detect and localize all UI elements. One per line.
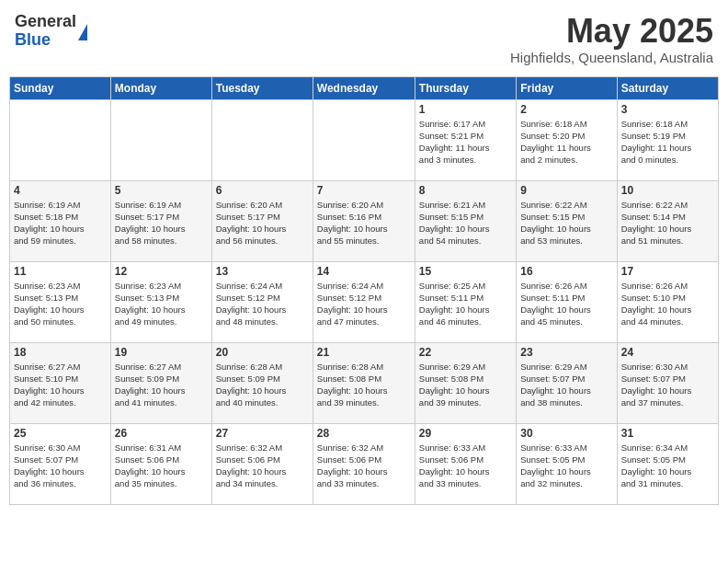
calendar-day-3: 3Sunrise: 6:18 AM Sunset: 5:19 PM Daylig… (617, 99, 718, 180)
day-number: 4 (14, 184, 107, 197)
day-number: 1 (419, 103, 512, 116)
day-header-friday: Friday (517, 76, 617, 99)
calendar-day-28: 28Sunrise: 6:32 AM Sunset: 5:06 PM Dayli… (313, 423, 415, 504)
calendar-day-5: 5Sunrise: 6:19 AM Sunset: 5:17 PM Daylig… (110, 180, 211, 261)
calendar-day-23: 23Sunrise: 6:29 AM Sunset: 5:07 PM Dayli… (517, 342, 617, 423)
calendar-week-row: 11Sunrise: 6:23 AM Sunset: 5:13 PM Dayli… (10, 261, 719, 342)
day-info: Sunrise: 6:34 AM Sunset: 5:05 PM Dayligh… (621, 442, 714, 490)
day-number: 15 (419, 265, 512, 278)
calendar-day-12: 12Sunrise: 6:23 AM Sunset: 5:13 PM Dayli… (110, 261, 211, 342)
empty-day-cell (10, 99, 111, 180)
day-number: 26 (115, 427, 208, 440)
day-info: Sunrise: 6:20 AM Sunset: 5:16 PM Dayligh… (317, 199, 411, 247)
day-header-sunday: Sunday (10, 76, 111, 99)
empty-day-cell (211, 99, 313, 180)
day-header-wednesday: Wednesday (313, 76, 415, 99)
day-info: Sunrise: 6:29 AM Sunset: 5:08 PM Dayligh… (419, 361, 512, 409)
logo-general-text: General (15, 13, 76, 31)
day-header-saturday: Saturday (617, 76, 718, 99)
logo-triangle-icon (78, 24, 87, 40)
day-info: Sunrise: 6:28 AM Sunset: 5:08 PM Dayligh… (317, 361, 411, 409)
day-info: Sunrise: 6:22 AM Sunset: 5:14 PM Dayligh… (621, 199, 714, 247)
calendar-table: SundayMondayTuesdayWednesdayThursdayFrid… (9, 76, 719, 505)
day-info: Sunrise: 6:18 AM Sunset: 5:19 PM Dayligh… (621, 118, 714, 167)
logo: General Blue (15, 13, 87, 50)
day-header-monday: Monday (110, 76, 211, 99)
calendar-week-row: 25Sunrise: 6:30 AM Sunset: 5:07 PM Dayli… (10, 423, 719, 504)
calendar-day-20: 20Sunrise: 6:28 AM Sunset: 5:09 PM Dayli… (211, 342, 313, 423)
day-info: Sunrise: 6:27 AM Sunset: 5:09 PM Dayligh… (115, 361, 208, 409)
day-info: Sunrise: 6:30 AM Sunset: 5:07 PM Dayligh… (621, 361, 714, 409)
calendar-week-row: 4Sunrise: 6:19 AM Sunset: 5:18 PM Daylig… (10, 180, 719, 261)
day-number: 24 (621, 346, 714, 359)
calendar-day-14: 14Sunrise: 6:24 AM Sunset: 5:12 PM Dayli… (313, 261, 415, 342)
day-info: Sunrise: 6:19 AM Sunset: 5:17 PM Dayligh… (115, 199, 208, 247)
day-header-tuesday: Tuesday (211, 76, 313, 99)
day-info: Sunrise: 6:24 AM Sunset: 5:12 PM Dayligh… (216, 280, 309, 328)
day-info: Sunrise: 6:22 AM Sunset: 5:15 PM Dayligh… (520, 199, 612, 247)
calendar-day-25: 25Sunrise: 6:30 AM Sunset: 5:07 PM Dayli… (10, 423, 111, 504)
day-info: Sunrise: 6:23 AM Sunset: 5:13 PM Dayligh… (115, 280, 208, 328)
day-info: Sunrise: 6:21 AM Sunset: 5:15 PM Dayligh… (419, 199, 512, 247)
day-info: Sunrise: 6:32 AM Sunset: 5:06 PM Dayligh… (216, 442, 309, 490)
day-number: 3 (621, 103, 714, 116)
calendar-week-row: 1Sunrise: 6:17 AM Sunset: 5:21 PM Daylig… (10, 99, 719, 180)
calendar-day-17: 17Sunrise: 6:26 AM Sunset: 5:10 PM Dayli… (617, 261, 718, 342)
calendar-day-15: 15Sunrise: 6:25 AM Sunset: 5:11 PM Dayli… (415, 261, 516, 342)
calendar-header-row: SundayMondayTuesdayWednesdayThursdayFrid… (10, 76, 719, 99)
day-info: Sunrise: 6:26 AM Sunset: 5:10 PM Dayligh… (621, 280, 714, 328)
calendar-day-19: 19Sunrise: 6:27 AM Sunset: 5:09 PM Dayli… (110, 342, 211, 423)
day-info: Sunrise: 6:33 AM Sunset: 5:06 PM Dayligh… (419, 442, 512, 490)
day-number: 2 (520, 103, 612, 116)
day-number: 20 (216, 346, 309, 359)
day-number: 6 (216, 184, 309, 197)
day-info: Sunrise: 6:30 AM Sunset: 5:07 PM Dayligh… (14, 442, 107, 490)
calendar-day-22: 22Sunrise: 6:29 AM Sunset: 5:08 PM Dayli… (415, 342, 516, 423)
calendar-day-4: 4Sunrise: 6:19 AM Sunset: 5:18 PM Daylig… (10, 180, 111, 261)
day-info: Sunrise: 6:25 AM Sunset: 5:11 PM Dayligh… (419, 280, 512, 328)
day-info: Sunrise: 6:20 AM Sunset: 5:17 PM Dayligh… (216, 199, 309, 247)
calendar-day-1: 1Sunrise: 6:17 AM Sunset: 5:21 PM Daylig… (415, 99, 516, 180)
day-number: 25 (14, 427, 107, 440)
calendar-day-9: 9Sunrise: 6:22 AM Sunset: 5:15 PM Daylig… (517, 180, 617, 261)
day-number: 16 (520, 265, 612, 278)
day-number: 19 (115, 346, 208, 359)
calendar-day-24: 24Sunrise: 6:30 AM Sunset: 5:07 PM Dayli… (617, 342, 718, 423)
calendar-day-27: 27Sunrise: 6:32 AM Sunset: 5:06 PM Dayli… (211, 423, 313, 504)
calendar-day-29: 29Sunrise: 6:33 AM Sunset: 5:06 PM Dayli… (415, 423, 516, 504)
page-header: General Blue May 2025 Highfields, Queens… (9, 9, 719, 69)
day-info: Sunrise: 6:17 AM Sunset: 5:21 PM Dayligh… (419, 118, 512, 167)
day-number: 5 (115, 184, 208, 197)
calendar-day-21: 21Sunrise: 6:28 AM Sunset: 5:08 PM Dayli… (313, 342, 415, 423)
calendar-day-8: 8Sunrise: 6:21 AM Sunset: 5:15 PM Daylig… (415, 180, 516, 261)
calendar-day-2: 2Sunrise: 6:18 AM Sunset: 5:20 PM Daylig… (517, 99, 617, 180)
day-info: Sunrise: 6:24 AM Sunset: 5:12 PM Dayligh… (317, 280, 411, 328)
day-number: 27 (216, 427, 309, 440)
empty-day-cell (313, 99, 415, 180)
empty-day-cell (110, 99, 211, 180)
day-number: 17 (621, 265, 714, 278)
calendar-day-13: 13Sunrise: 6:24 AM Sunset: 5:12 PM Dayli… (211, 261, 313, 342)
day-number: 14 (317, 265, 411, 278)
day-number: 11 (14, 265, 107, 278)
day-number: 30 (520, 427, 612, 440)
day-number: 10 (621, 184, 714, 197)
day-info: Sunrise: 6:28 AM Sunset: 5:09 PM Dayligh… (216, 361, 309, 409)
calendar-day-30: 30Sunrise: 6:33 AM Sunset: 5:05 PM Dayli… (517, 423, 617, 504)
calendar-day-7: 7Sunrise: 6:20 AM Sunset: 5:16 PM Daylig… (313, 180, 415, 261)
day-info: Sunrise: 6:26 AM Sunset: 5:11 PM Dayligh… (520, 280, 612, 328)
calendar-week-row: 18Sunrise: 6:27 AM Sunset: 5:10 PM Dayli… (10, 342, 719, 423)
logo-blue-text: Blue (15, 31, 76, 50)
month-title: May 2025 (510, 13, 713, 50)
day-header-thursday: Thursday (415, 76, 516, 99)
day-info: Sunrise: 6:29 AM Sunset: 5:07 PM Dayligh… (520, 361, 612, 409)
day-info: Sunrise: 6:18 AM Sunset: 5:20 PM Dayligh… (520, 118, 612, 167)
calendar-day-6: 6Sunrise: 6:20 AM Sunset: 5:17 PM Daylig… (211, 180, 313, 261)
day-number: 29 (419, 427, 512, 440)
day-info: Sunrise: 6:27 AM Sunset: 5:10 PM Dayligh… (14, 361, 107, 409)
calendar-day-26: 26Sunrise: 6:31 AM Sunset: 5:06 PM Dayli… (110, 423, 211, 504)
day-number: 12 (115, 265, 208, 278)
title-area: May 2025 Highfields, Queensland, Austral… (510, 13, 713, 65)
day-number: 18 (14, 346, 107, 359)
day-info: Sunrise: 6:33 AM Sunset: 5:05 PM Dayligh… (520, 442, 612, 490)
